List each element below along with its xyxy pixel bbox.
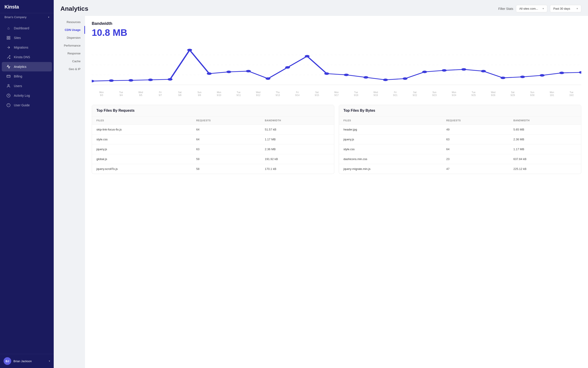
- user-info[interactable]: BJ Brian Jackson: [4, 357, 32, 365]
- file-requests: 64: [192, 135, 261, 144]
- x-label: Tue9/11: [229, 91, 249, 97]
- user-guide-icon: [6, 103, 11, 107]
- chart-x-axis: Mon9/3 Tue9/4 Wed9/5 Fri9/7 Sat9/8 Sun9/…: [92, 90, 581, 98]
- kinsta-logo: Kinsta: [4, 4, 19, 10]
- x-label: Wed9/19: [366, 91, 386, 97]
- site-filter-dropdown[interactable]: All sites com... ▾: [516, 5, 547, 12]
- sidebar-item-label: Billing: [14, 74, 22, 78]
- sites-icon: [6, 36, 11, 40]
- file-bandwidth: 1.17 MB: [261, 135, 334, 144]
- x-label: Mon9/24: [444, 91, 464, 97]
- x-label: Sat9/8: [170, 91, 190, 97]
- file-requests: 47: [442, 164, 509, 174]
- svg-point-21: [128, 79, 133, 82]
- table-row: header.jpg 49 5.65 MB: [339, 125, 581, 135]
- svg-point-8: [8, 84, 9, 86]
- file-bandwidth: 225.12 kB: [509, 164, 581, 174]
- period-filter-chevron-icon: ▾: [577, 7, 578, 10]
- file-name: jquery-migrate.min.js: [339, 164, 442, 174]
- file-name: global.js: [92, 154, 192, 164]
- svg-rect-6: [7, 75, 10, 78]
- avatar: BJ: [4, 357, 11, 365]
- sub-nav-dispersion[interactable]: Dispersion: [54, 34, 85, 42]
- file-name: skip-link-focus-fix.js: [92, 125, 192, 135]
- svg-rect-2: [7, 38, 8, 39]
- sidebar-item-migrations[interactable]: Migrations: [2, 43, 52, 52]
- sub-nav-cdn-usage[interactable]: CDN Usage: [54, 26, 85, 34]
- sidebar-item-label: Activity Log: [14, 94, 30, 97]
- company-selector[interactable]: Brian's Company ▾: [0, 13, 54, 21]
- period-filter-dropdown[interactable]: Past 30 days ▾: [550, 5, 581, 12]
- sub-nav-geo-ip[interactable]: Geo & IP: [54, 65, 85, 73]
- svg-point-35: [403, 77, 407, 80]
- sidebar-item-dashboard[interactable]: ⌂ Dashboard: [2, 24, 52, 33]
- x-label: Mon9/10: [209, 91, 229, 97]
- footer-chevron-icon: ▾: [49, 359, 50, 363]
- sidebar-item-user-guide[interactable]: User Guide: [2, 101, 52, 110]
- file-name: jquery.scrollTo.js: [92, 164, 192, 174]
- svg-rect-1: [9, 36, 10, 37]
- table-row: global.js 59 191.92 kB: [92, 154, 334, 164]
- file-requests: 49: [442, 125, 509, 135]
- svg-point-42: [540, 74, 545, 77]
- svg-point-38: [461, 68, 466, 71]
- top-header: Analytics Filter Stats All sites com... …: [54, 0, 588, 16]
- home-icon: ⌂: [6, 26, 11, 30]
- sidebar-item-label: Migrations: [14, 46, 28, 49]
- file-bandwidth: 637.84 kB: [509, 154, 581, 164]
- sub-nav-performance[interactable]: Performance: [54, 42, 85, 49]
- sidebar-item-label: Users: [14, 84, 22, 88]
- svg-point-43: [559, 72, 564, 74]
- table-row: jquery.js 63 2.36 MB: [92, 144, 334, 154]
- x-label: Tue9/18: [346, 91, 366, 97]
- sidebar-item-sites[interactable]: Sites: [2, 33, 52, 43]
- top-files-bytes-title: Top Files By Bytes: [339, 105, 581, 116]
- x-label: Sun9/9: [190, 91, 209, 97]
- svg-point-20: [109, 79, 114, 82]
- col-requests: REQUESTS: [192, 116, 261, 125]
- table-row: style.css 64 1.17 MB: [339, 144, 581, 154]
- sidebar-item-users[interactable]: Users: [2, 81, 52, 91]
- analytics-icon: [6, 64, 11, 69]
- sidebar-item-analytics[interactable]: Analytics: [2, 62, 52, 71]
- file-requests: 58: [192, 164, 261, 174]
- sidebar-item-activity-log[interactable]: Activity Log: [2, 91, 52, 100]
- svg-point-27: [246, 70, 251, 72]
- svg-point-32: [344, 74, 349, 76]
- file-bandwidth: 2.36 MB: [509, 135, 581, 144]
- site-filter-chevron-icon: ▾: [543, 7, 544, 10]
- migrations-icon: [6, 45, 11, 50]
- file-bandwidth: 170.1 kB: [261, 164, 334, 174]
- bandwidth-section: Bandwidth 10.8 MB: [92, 21, 581, 98]
- col-bandwidth: BANDWIDTH: [509, 116, 581, 125]
- file-bandwidth: 51.57 kB: [261, 125, 334, 135]
- x-label: Thu9/13: [268, 91, 288, 97]
- sidebar-item-label: Analytics: [14, 65, 27, 68]
- sidebar: Kinsta Brian's Company ▾ ⌂ Dashboard Sit…: [0, 0, 54, 368]
- sub-nav-response[interactable]: Response: [54, 49, 85, 57]
- sub-nav-cache[interactable]: Cache: [54, 57, 85, 65]
- sidebar-header: Kinsta: [0, 0, 54, 13]
- sidebar-item-label: Sites: [14, 36, 21, 40]
- svg-point-34: [383, 79, 388, 81]
- svg-point-33: [363, 76, 368, 79]
- user-name: Brian Jackson: [13, 359, 32, 363]
- company-name: Brian's Company: [4, 15, 27, 19]
- sidebar-item-kinsta-dns[interactable]: Kinsta DNS: [2, 52, 52, 62]
- x-label: Tue9/25: [464, 91, 483, 97]
- table-row: skip-link-focus-fix.js 64 51.57 kB: [92, 125, 334, 135]
- x-label: Sat9/15: [307, 91, 327, 97]
- top-files-requests-table: FILES REQUESTS BANDWIDTH skip-link-focus…: [92, 116, 334, 174]
- col-bandwidth: BANDWIDTH: [261, 116, 334, 125]
- sidebar-item-billing[interactable]: Billing: [2, 72, 52, 81]
- svg-point-26: [226, 71, 231, 73]
- x-label: Sun9/23: [425, 91, 444, 97]
- filter-label: Filter Stats: [498, 7, 513, 10]
- bandwidth-title: Bandwidth: [92, 21, 581, 26]
- col-files: FILES: [339, 116, 442, 125]
- file-name: jquery.js: [92, 144, 192, 154]
- x-label: Fri9/7: [151, 91, 170, 97]
- x-label: Tue9/4: [111, 91, 131, 97]
- sub-nav-resources[interactable]: Resources: [54, 18, 85, 26]
- file-requests: 63: [442, 135, 509, 144]
